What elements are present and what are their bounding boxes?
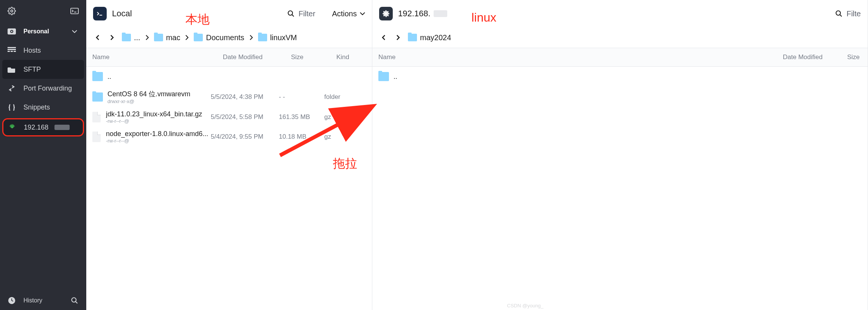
folder-icon [258,34,267,41]
remote-panel-header: 192.168. Filte [372,0,868,27]
filter-label: Filter [299,9,315,18]
breadcrumb-seg-2[interactable]: Documents [194,33,244,42]
file-icon [92,132,101,142]
remote-filter[interactable]: Filte [835,9,861,18]
sidebar-section-personal[interactable]: Personal [0,22,86,41]
chevron-right-icon [146,35,149,40]
svg-rect-7 [8,51,10,52]
svg-point-12 [72,298,76,302]
table-row[interactable]: node_exporter-1.8.0.linux-amd6... -rw-r-… [86,127,372,147]
vault-icon [8,27,16,36]
chevron-down-icon [70,27,79,36]
host-redacted [54,125,70,130]
file-icon [92,112,101,122]
search-icon [835,10,843,17]
search-icon [287,10,295,17]
breadcrumb-seg-0[interactable]: ... [122,33,140,42]
sidebar-item-port-forwarding[interactable]: Port Forwarding [0,79,86,98]
col-date[interactable]: Date Modified [217,48,285,66]
actions-label: Actions [332,9,357,18]
folder-icon [122,34,131,41]
remote-title: 192.168. [398,9,431,19]
sidebar-item-snippets[interactable]: Snippets [0,98,86,117]
breadcrumb-seg-1[interactable]: mac [154,33,180,42]
chevron-right-icon [250,35,253,40]
local-table-header: Name Date Modified Size Kind [86,48,372,67]
settings-icon[interactable] [8,7,16,15]
svg-point-15 [836,11,841,16]
history-label: History [23,297,42,304]
local-panel-header: Local Filter Actions [86,0,372,27]
remote-panel: 192.168. Filte may2024 Name Date Modifie… [372,0,868,310]
remote-breadcrumb: may2024 [372,27,868,48]
col-size[interactable]: Size [285,48,330,66]
col-kind[interactable]: Kind [330,48,372,66]
chevron-right-icon [185,35,188,40]
table-row-up[interactable]: .. [372,67,868,86]
svg-rect-6 [8,49,16,50]
remote-title-box: 192.168. [379,7,447,20]
folder-icon [154,34,163,41]
nav-back[interactable] [379,33,388,42]
svg-rect-8 [11,51,13,52]
col-date[interactable]: Date Modified [777,48,841,66]
host-gear-icon [8,123,16,132]
nav-forward[interactable] [394,33,403,42]
hosts-icon [8,46,16,55]
local-title: Local [112,9,132,19]
folder-icon [194,34,203,41]
folder-icon [408,34,417,41]
ip-redacted [434,10,447,17]
remote-table-header: Name Date Modified Size [372,48,868,67]
chevron-down-icon [360,12,365,15]
sidebar-top [0,0,86,22]
sidebar-host-entry[interactable]: 192.168 [2,118,84,136]
local-badge-icon [93,7,107,20]
table-row[interactable]: CentOS 8 64 位.vmwarevm drwxr-xr-x@ 5/5/2… [86,86,372,107]
filter-label: Filte [846,9,861,18]
remote-badge-icon [379,7,393,20]
nav-forward[interactable] [107,33,117,42]
svg-rect-1 [71,8,78,14]
local-breadcrumb: ... mac Documents linuxVM [86,27,372,48]
local-actions[interactable]: Actions [332,9,365,18]
col-name[interactable]: Name [372,48,777,66]
sidebar-item-label: Snippets [23,103,50,111]
svg-rect-5 [8,47,16,48]
local-title-box: Local [93,7,132,20]
remote-table-body: .. [372,67,868,310]
folder-icon [378,72,389,81]
watermark: CSDN @young_ [507,303,543,308]
local-table-body: .. CentOS 8 64 位.vmwarevm drwxr-xr-x@ 5/… [86,67,372,310]
breadcrumb-seg-0[interactable]: may2024 [408,33,451,42]
sidebar-item-label: Hosts [23,47,41,55]
sidebar-history[interactable]: History [0,291,86,310]
svg-rect-9 [14,51,16,52]
history-icon [8,296,16,305]
nav-back[interactable] [93,33,102,42]
sidebar-item-label: Port Forwarding [23,85,72,92]
sidebar-item-sftp[interactable]: SFTP [2,60,84,79]
panels: Local Filter Actions ... mac Documents l… [86,0,868,310]
col-size[interactable]: Size [841,48,868,66]
search-icon[interactable] [70,296,79,305]
port-forwarding-icon [8,84,16,92]
terminal-icon[interactable] [70,7,79,15]
sidebar-section-label: Personal [23,28,49,35]
svg-point-0 [11,10,13,12]
snippets-icon [8,103,16,111]
svg-point-13 [288,11,292,16]
sidebar: Personal Hosts SFTP Port Forwarding Snip… [0,0,86,310]
local-filter[interactable]: Filter [287,9,315,18]
table-row-up[interactable]: .. [86,67,372,86]
breadcrumb-seg-3[interactable]: linuxVM [258,33,297,42]
svg-point-4 [11,31,12,32]
folder-icon [92,72,103,81]
folder-icon [92,92,103,102]
local-panel: Local Filter Actions ... mac Documents l… [86,0,372,310]
sidebar-item-hosts[interactable]: Hosts [0,41,86,60]
col-name[interactable]: Name [86,48,217,66]
host-label: 192.168 [24,124,48,132]
table-row[interactable]: jdk-11.0.23_linux-x64_bin.tar.gz -rw-r--… [86,107,372,127]
sftp-icon [8,65,16,74]
